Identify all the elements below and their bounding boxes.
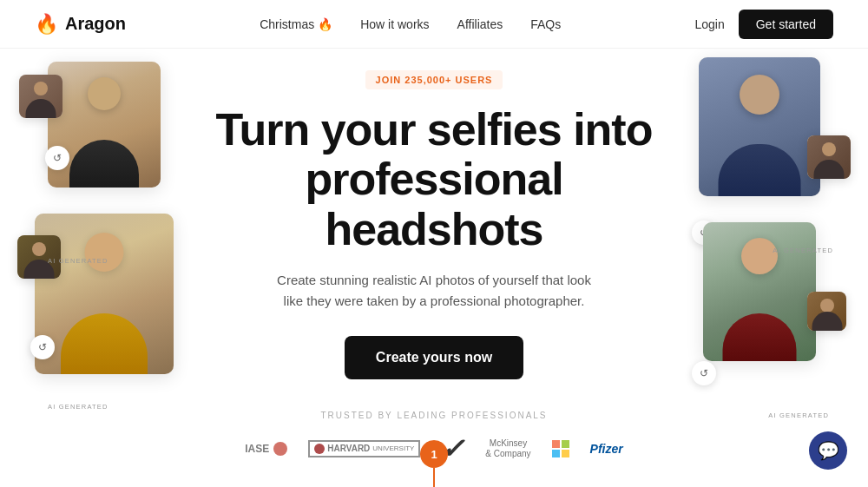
chat-bubble-button[interactable]: 💬 xyxy=(809,431,847,470)
ai-label-left-bottom: AI GENERATED xyxy=(48,403,108,411)
chat-icon: 💬 xyxy=(818,440,839,461)
person-image-left-top xyxy=(48,62,161,188)
photo-card-right-top xyxy=(699,57,820,196)
person-image-right-top xyxy=(699,57,820,196)
hero-subtitle: Create stunning realistic AI photos of y… xyxy=(208,270,660,312)
logo-harvard: HARVARDUNIVERSITY xyxy=(308,440,420,457)
arrow-right-bottom: ↺ xyxy=(692,361,716,385)
pagination-line xyxy=(433,468,435,487)
person-image-right-bottom xyxy=(703,222,816,361)
logo-mckinsey: McKinsey& Company xyxy=(485,438,530,459)
nav-faqs[interactable]: FAQs xyxy=(530,17,561,31)
join-badge: JOIN 235,000+ USERS xyxy=(365,70,503,89)
logo-pfizer: Pfizer xyxy=(590,442,623,456)
hero-title: Turn your selfies into professional head… xyxy=(208,105,660,254)
logo-text: Aragon xyxy=(65,14,126,34)
header: 🔥 Aragon Christmas 🔥 How it works Affili… xyxy=(0,0,868,49)
logo[interactable]: 🔥 Aragon xyxy=(35,13,126,36)
get-started-button[interactable]: Get started xyxy=(739,10,833,39)
logo-microsoft xyxy=(552,440,569,457)
thumb-right-top xyxy=(807,135,851,179)
flame-icon: 🔥 xyxy=(35,13,58,36)
arrow-left-top: ↺ xyxy=(45,146,69,170)
trusted-label: TRUSTED BY LEADING PROFESSIONALS xyxy=(208,411,660,420)
cta-button[interactable]: Create yours now xyxy=(345,336,523,379)
header-actions: Login Get started xyxy=(694,10,833,39)
login-button[interactable]: Login xyxy=(694,17,724,31)
nav-affiliates[interactable]: Affiliates xyxy=(457,17,503,31)
logo-iase: IASE xyxy=(245,442,287,456)
thumb-image-left-top xyxy=(19,75,62,118)
nav-christmas[interactable]: Christmas 🔥 xyxy=(260,17,332,31)
right-photos: ↺ ↺ AI GENERATED AI GENERATED xyxy=(660,49,868,487)
thumb-left-top xyxy=(19,75,62,118)
photo-card-left-top xyxy=(48,62,161,188)
nav-how-it-works[interactable]: How it works xyxy=(360,17,429,31)
photo-card-right-bottom xyxy=(703,222,816,361)
main-content: ↺ ↺ AI GENERATED AI GENERATED JOIN 235,0… xyxy=(0,49,868,487)
thumb-image-right-top xyxy=(807,135,851,179)
left-photos: ↺ ↺ AI GENERATED AI GENERATED xyxy=(0,49,208,487)
ai-label-left-top: AI GENERATED xyxy=(48,257,108,265)
ai-label-right-bottom: AI GENERATED xyxy=(768,411,829,419)
thumb-right-bottom xyxy=(807,292,846,331)
main-nav: Christmas 🔥 How it works Affiliates FAQs xyxy=(260,17,561,31)
arrow-left-bottom: ↺ xyxy=(30,335,55,359)
hero-center: JOIN 235,000+ USERS Turn your selfies in… xyxy=(208,70,660,465)
ai-label-right-top: AI GENERATED xyxy=(773,247,833,254)
thumb-image-right-bottom xyxy=(807,292,846,331)
pagination-dot[interactable]: 1 xyxy=(420,440,448,468)
